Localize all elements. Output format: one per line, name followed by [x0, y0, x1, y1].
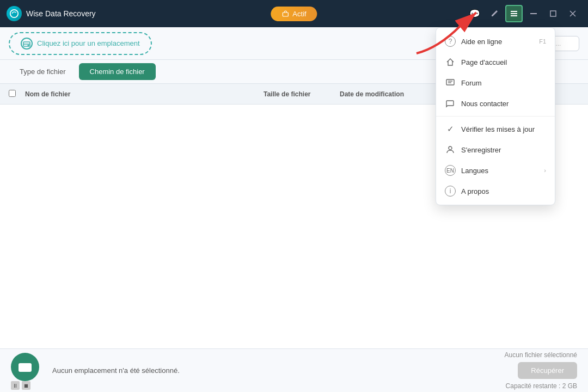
svg-rect-6 [550, 11, 556, 16]
menu-item-langues[interactable]: EN Langues › [436, 160, 555, 181]
menu-divider-1 [436, 116, 555, 117]
forum-icon [445, 77, 456, 88]
pause-controls: ⏸ ⏹ [11, 381, 30, 390]
langues-arrow: › [544, 167, 546, 174]
stop-button[interactable]: ⏹ [22, 381, 30, 390]
svg-point-11 [28, 45, 29, 46]
menu-item-apropos[interactable]: i A propos [436, 181, 555, 201]
col-taille: Taille de fichier [264, 90, 340, 98]
svg-rect-3 [511, 13, 517, 14]
svg-rect-14 [19, 364, 31, 371]
tab-chemin-fichier[interactable]: Chemin de fichier [79, 63, 156, 80]
no-file-label: Aucun fichier sélectionné [505, 351, 577, 359]
svg-rect-2 [511, 11, 517, 12]
pause-button[interactable]: ⏸ [11, 381, 20, 390]
drive-icon [21, 38, 33, 50]
langues-icon: EN [445, 165, 456, 176]
select-all-checkbox[interactable] [9, 90, 16, 97]
dropdown-menu: ? Aide en ligne F1 Page d'accueil Forum [436, 27, 555, 205]
svg-rect-4 [511, 15, 517, 16]
status-avatar [11, 353, 39, 381]
menu-item-contact[interactable]: Nous contacter [436, 93, 555, 114]
svg-rect-1 [283, 13, 288, 16]
feedback-button[interactable]: 💬 [466, 5, 483, 22]
maximize-button[interactable] [544, 5, 562, 22]
menu-item-register[interactable]: S'enregistrer [436, 139, 555, 160]
updates-icon: ✓ [445, 124, 456, 134]
menu-item-accueil[interactable]: Page d'accueil [436, 52, 555, 72]
menu-item-aide[interactable]: ? Aide en ligne F1 [436, 31, 555, 52]
contact-icon [445, 98, 456, 109]
aide-icon: ? [445, 36, 456, 47]
status-right: Aucun fichier sélectionné Récupérer Capa… [505, 351, 577, 390]
menu-button[interactable] [505, 5, 523, 22]
actif-area: Actif [271, 7, 317, 21]
edit-button[interactable] [486, 5, 503, 22]
apropos-label: A propos [461, 187, 546, 195]
recover-button[interactable]: Récupérer [518, 362, 577, 379]
app-title: Wise Data Recovery [26, 9, 466, 18]
col-date: Date de modification [340, 90, 438, 98]
aide-shortcut: F1 [539, 38, 546, 45]
window-controls: 💬 [466, 5, 581, 22]
titlebar: Wise Data Recovery Actif 💬 [0, 0, 588, 27]
tab-type-fichier[interactable]: Type de fichier [9, 63, 77, 80]
statusbar: Aucun emplacement n'a été sélectionné. ⏸… [0, 348, 588, 392]
minimize-button[interactable] [525, 5, 542, 22]
menu-item-updates[interactable]: ✓ Vérifier les mises à jour [436, 119, 555, 139]
accueil-icon [445, 57, 456, 68]
svg-point-16 [28, 369, 29, 371]
svg-point-20 [449, 146, 452, 150]
col-checkbox [9, 90, 25, 99]
svg-rect-17 [446, 79, 454, 85]
contact-label: Nous contacter [461, 100, 546, 108]
aide-label: Aide en ligne [461, 38, 534, 46]
register-icon [445, 144, 456, 155]
svg-rect-5 [530, 13, 537, 14]
updates-label: Vérifier les mises à jour [461, 125, 546, 133]
capacity-label: Capacité restante : 2 GB [506, 382, 577, 390]
menu-item-forum[interactable]: Forum [436, 72, 555, 93]
langues-label: Langues [461, 167, 538, 175]
accueil-label: Page d'accueil [461, 58, 546, 66]
location-button[interactable]: Cliquez ici pour un emplacement [9, 32, 152, 55]
app-logo [7, 6, 22, 21]
col-nom: Nom de fichier [25, 90, 264, 98]
apropos-icon: i [445, 186, 456, 197]
status-message: Aucun emplacement n'a été sélectionné. [52, 366, 180, 375]
register-label: S'enregistrer [461, 146, 546, 154]
svg-point-0 [10, 10, 18, 17]
forum-label: Forum [461, 79, 546, 87]
actif-button[interactable]: Actif [271, 7, 317, 21]
close-button[interactable] [564, 5, 581, 22]
